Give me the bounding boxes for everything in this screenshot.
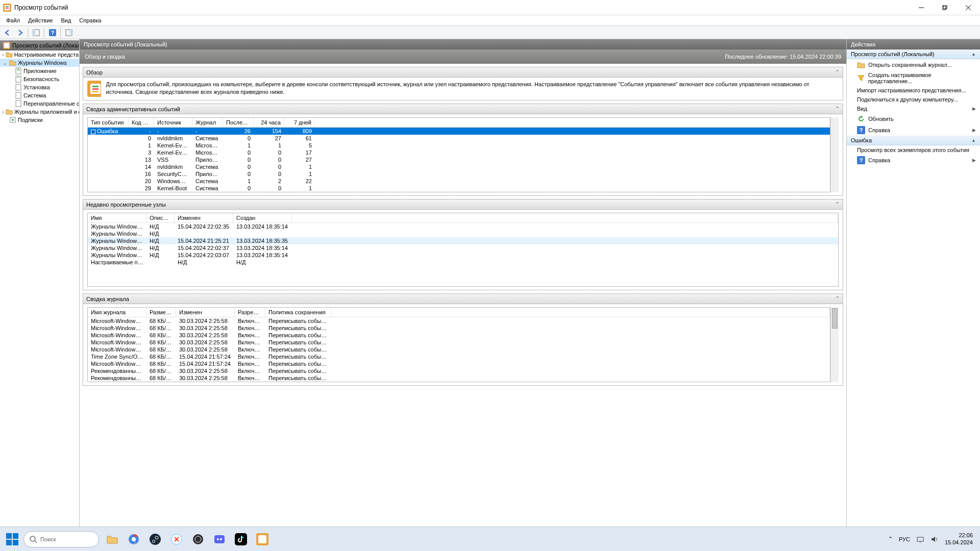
table-row[interactable]: Microsoft-Windows-Uni...68 КБ/1,0...30.0… — [88, 324, 830, 332]
table-row[interactable]: Журналы Windows\Уст...Н/Д15.04.2024 21:2… — [88, 237, 838, 244]
collapse-icon[interactable]: ⌃ — [835, 201, 840, 208]
pane-button[interactable] — [63, 27, 75, 38]
menu-view[interactable]: Вид — [57, 16, 75, 24]
tray-clock[interactable]: 22:06 15.04.2024 — [945, 532, 973, 545]
tree-windows-logs[interactable]: ⌄Журналы Windows — [0, 59, 79, 67]
close-button[interactable] — [957, 0, 980, 15]
tree-header[interactable]: Просмотр событий (Локальн — [0, 40, 79, 51]
overview-header[interactable]: Обзор⌃ — [83, 67, 843, 78]
log-summary-header[interactable]: Сводка журнала⌃ — [83, 294, 843, 304]
start-button[interactable] — [3, 530, 21, 548]
tree-system-log[interactable]: Система — [0, 91, 79, 99]
collapse-icon[interactable]: ▲ — [971, 52, 976, 57]
action-view[interactable]: Вид▶ — [847, 104, 980, 113]
col-type[interactable]: Тип события — [88, 118, 129, 127]
maximize-button[interactable] — [933, 0, 957, 15]
col-7d[interactable]: 7 дней — [284, 118, 315, 127]
table-row[interactable]: 0nvlddmkmСистема02761 — [88, 135, 830, 142]
taskbar-chrome-icon[interactable] — [125, 530, 143, 548]
col-logname[interactable]: Имя журнала — [88, 308, 146, 317]
actions-group-error[interactable]: Ошибка▲ — [847, 136, 980, 145]
table-row[interactable]: Рекомендованные спос...68 КБ/1,0...30.03… — [88, 367, 830, 374]
action-help2[interactable]: ?Справка▶ — [847, 155, 980, 166]
table-row[interactable]: Time Zone Sync/Операц...68 КБ/1,0...15.0… — [88, 353, 830, 360]
col-24h[interactable]: 24 часа — [254, 118, 284, 127]
col-pol[interactable]: Политика сохранения — [265, 308, 332, 317]
collapse-icon[interactable]: ⌃ — [835, 295, 840, 302]
table-row[interactable]: Microsoft-Windows-TWi...68 КБ/1,0...15.0… — [88, 360, 830, 367]
actions-group-local[interactable]: Просмотр событий (Локальный)▲ — [847, 49, 980, 59]
tree-subscriptions[interactable]: Подписки — [0, 116, 79, 124]
col-en[interactable]: Разрешено — [235, 308, 265, 317]
menu-help[interactable]: Справка — [75, 16, 105, 24]
taskbar-eventvwr-icon[interactable] — [253, 530, 272, 548]
collapse-icon[interactable]: ▲ — [971, 138, 976, 143]
action-help[interactable]: ?Справка▶ — [847, 124, 980, 136]
tree-forwarded-log[interactable]: Перенаправленные соб — [0, 99, 79, 108]
taskbar-obs-icon[interactable] — [189, 530, 207, 548]
taskbar-explorer-icon[interactable] — [103, 530, 121, 548]
col-code[interactable]: Код соб... — [129, 118, 154, 127]
table-row[interactable]: 16SecurityCenterПриложе...001 — [88, 170, 830, 178]
table-row[interactable]: −Ошибка---26154809 — [88, 128, 830, 135]
table-row[interactable]: 3Kernel-EventTr...Microsoft...0017 — [88, 149, 830, 156]
tree-custom-views[interactable]: ›Настраиваемые представл — [0, 51, 79, 59]
col-desc[interactable]: Описание — [146, 213, 175, 222]
scrollbar[interactable] — [830, 117, 839, 192]
col-mod[interactable]: Изменен — [176, 308, 235, 317]
table-row[interactable]: 13VSSПриложе...0027 — [88, 156, 830, 163]
table-row[interactable]: Настраиваемые предст...Н/ДН/Д — [88, 259, 838, 266]
table-row[interactable]: 20WindowsUpda...Система1222 — [88, 178, 830, 185]
table-row[interactable]: Журналы Windows\Сис...Н/Д15.04.2024 22:0… — [88, 223, 838, 230]
tree-app-log[interactable]: Приложение — [0, 67, 79, 75]
taskbar-tiktok-icon[interactable] — [232, 530, 250, 548]
action-view-all-instances[interactable]: Просмотр всех экземпляров этого события — [847, 145, 980, 155]
table-row[interactable]: 29Kernel-BootСистема001 — [88, 185, 830, 192]
action-refresh[interactable]: Обновить — [847, 113, 980, 124]
col-created[interactable]: Создан — [233, 213, 292, 222]
col-src[interactable]: Источник — [154, 118, 192, 127]
taskbar-app4-icon[interactable] — [167, 530, 186, 548]
col-last[interactable]: Последн... — [223, 118, 254, 127]
menu-file[interactable]: Файл — [2, 16, 24, 24]
tree-setup-log[interactable]: Установка — [0, 83, 79, 91]
table-row[interactable]: 1Kernel-EventTr...Microsoft...115 — [88, 142, 830, 149]
collapse-icon[interactable]: ⌃ — [835, 69, 840, 76]
action-create-view[interactable]: Создать настраиваемое представление... — [847, 70, 980, 86]
action-open-saved-log[interactable]: Открыть сохраненный журнал... — [847, 59, 980, 70]
col-mod[interactable]: Изменен — [175, 213, 233, 222]
col-log[interactable]: Журнал — [192, 118, 223, 127]
table-row[interactable]: Журналы Windows\Без...Н/Д15.04.2024 22:0… — [88, 244, 838, 252]
admin-summary-header[interactable]: Сводка административных событий⌃ — [83, 104, 843, 114]
collapse-icon[interactable]: ⌃ — [835, 106, 840, 112]
tray-chevron-icon[interactable]: ⌃ — [888, 536, 893, 542]
taskbar-search[interactable]: Поиск — [23, 531, 99, 547]
recent-nodes-header[interactable]: Недавно просмотренные узлы⌃ — [83, 199, 843, 210]
action-connect[interactable]: Подключиться к другому компьютеру... — [847, 95, 980, 104]
col-size[interactable]: Размер (... — [146, 308, 176, 317]
table-row[interactable]: Microsoft-Windows-User...68 КБ/1,0...30.… — [88, 317, 830, 324]
back-button[interactable] — [2, 27, 13, 38]
table-row[interactable]: 14nvlddmkmСистема001 — [88, 163, 830, 170]
help-button[interactable]: ? — [47, 27, 58, 38]
table-row[interactable]: Рекомендованные спос...68 КБ/1,0...30.03… — [88, 374, 830, 382]
tray-network-icon[interactable] — [916, 535, 924, 543]
table-row[interactable]: Microsoft-Windows-TZU...68 КБ/1,0...30.0… — [88, 346, 830, 353]
table-row[interactable]: Microsoft-Windows-UAC...68 КБ/1,0...30.0… — [88, 339, 830, 346]
minimize-button[interactable] — [910, 0, 933, 15]
action-import-view[interactable]: Импорт настраиваемого представления... — [847, 86, 980, 95]
tree-security-log[interactable]: Безопасность — [0, 75, 79, 83]
forward-button[interactable] — [14, 27, 26, 38]
menu-action[interactable]: Действие — [24, 16, 57, 24]
scrollbar[interactable] — [830, 307, 839, 382]
taskbar-discord-icon[interactable] — [210, 530, 229, 548]
table-row[interactable]: Microsoft-Windows-UAC...68 КБ/1,0...30.0… — [88, 332, 830, 339]
table-row[interactable]: Журналы Windows\Пр...Н/Д15.04.2024 22:03… — [88, 252, 838, 259]
tray-language[interactable]: РУС — [899, 536, 910, 542]
col-name[interactable]: Имя — [88, 213, 146, 222]
taskbar-steam-icon[interactable] — [146, 530, 164, 548]
table-row[interactable]: Журналы Windows\Пер...Н/Д — [88, 230, 838, 237]
show-tree-button[interactable] — [31, 27, 42, 38]
tree-app-services-logs[interactable]: ›Журналы приложений и сл — [0, 108, 79, 116]
tray-volume-icon[interactable] — [930, 535, 939, 543]
